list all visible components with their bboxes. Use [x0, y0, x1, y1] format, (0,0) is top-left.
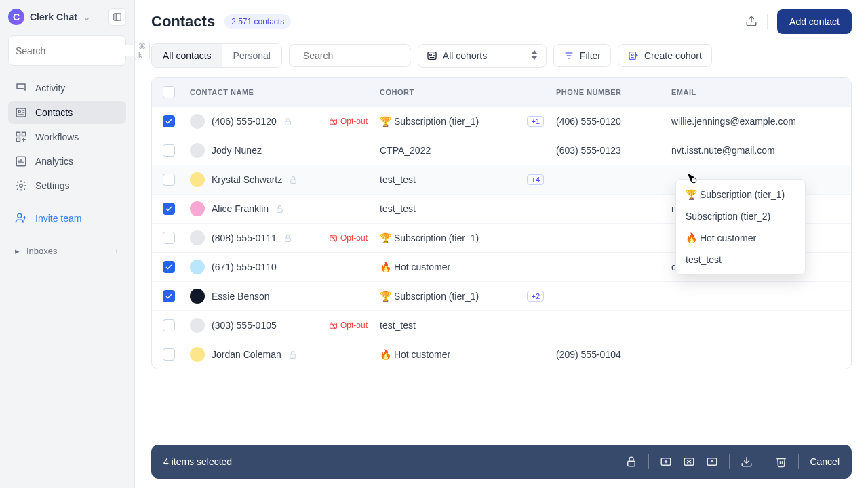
popover-item[interactable]: 🏆 Subscription (tier_1): [676, 184, 805, 205]
row-checkbox[interactable]: [163, 290, 175, 302]
cohort-more-badge[interactable]: +4: [527, 174, 544, 185]
tab-all-contacts[interactable]: All contacts: [152, 44, 222, 67]
avatar: [190, 114, 205, 129]
lock-icon: [275, 205, 284, 214]
add-to-folder-icon[interactable]: [660, 455, 672, 468]
nav-item-workflows[interactable]: Workflows: [8, 125, 126, 148]
col-header-cohort[interactable]: COHORT: [380, 86, 556, 98]
nav-item-activity[interactable]: Activity: [8, 77, 126, 100]
table-search[interactable]: [289, 44, 411, 67]
svg-rect-26: [291, 179, 296, 182]
phone-number: (209) 555-0104: [556, 349, 621, 360]
cohort-select-label: All cohorts: [443, 50, 526, 61]
filter-button[interactable]: Filter: [553, 44, 611, 67]
sidebar-search-input[interactable]: [16, 45, 134, 56]
select-all-checkbox[interactable]: [163, 86, 175, 98]
cancel-selection[interactable]: Cancel: [810, 456, 840, 467]
sidebar-search[interactable]: ⌘ k: [8, 35, 126, 66]
move-up-folder-icon[interactable]: [706, 455, 718, 468]
cohort-select[interactable]: All cohorts: [418, 44, 547, 68]
divider: [798, 454, 799, 469]
table-search-input[interactable]: [303, 50, 422, 61]
avatar: [190, 347, 205, 362]
divider: [648, 454, 649, 469]
download-icon[interactable]: [741, 455, 753, 468]
phone-number: (603) 555-0123: [556, 145, 621, 156]
table-row[interactable]: Essie Benson🏆 Subscription (tier_1)+2: [152, 281, 851, 310]
row-checkbox[interactable]: [163, 232, 175, 244]
add-contact-button[interactable]: Add contact: [777, 9, 852, 34]
contact-name: (808) 555-0111: [212, 232, 277, 243]
row-checkbox[interactable]: [163, 174, 175, 186]
optout-badge: Opt-out: [329, 321, 380, 330]
svg-rect-28: [285, 237, 290, 241]
svg-point-9: [18, 214, 22, 218]
table-row[interactable]: (406) 555-0120Opt-out🏆 Subscription (tie…: [152, 106, 851, 136]
cohort-label: test_test: [380, 203, 416, 214]
export-icon[interactable]: [745, 15, 757, 29]
popover-item[interactable]: Subscription (tier_2): [676, 205, 805, 227]
row-checkbox[interactable]: [163, 144, 175, 157]
email: nvt.isst.nute@gmail.com: [671, 145, 775, 156]
contact-name: Jody Nunez: [212, 145, 262, 156]
filter-icon: [564, 50, 574, 61]
contact-name: Essie Benson: [212, 291, 270, 302]
svg-rect-0: [114, 14, 121, 21]
svg-point-16: [430, 54, 432, 56]
popover-item[interactable]: 🔥 Hot customer: [676, 227, 805, 249]
cohort-label: 🏆 Subscription (tier_1): [380, 232, 479, 243]
contacts-count-badge: 2,571 contacts: [224, 14, 291, 29]
contact-name: (406) 555-0120: [212, 116, 277, 127]
users-icon: [427, 50, 437, 61]
row-checkbox[interactable]: [163, 203, 175, 215]
lock-icon: [289, 176, 298, 184]
table-row[interactable]: (303) 555-0105Opt-outtest_test: [152, 310, 851, 340]
cohort-more-badge[interactable]: +2: [527, 291, 544, 302]
create-cohort-button[interactable]: Create cohort: [618, 44, 712, 67]
trash-icon[interactable]: [775, 455, 787, 468]
popover-item[interactable]: test_test: [676, 249, 805, 270]
nav-item-settings[interactable]: Settings: [8, 174, 126, 197]
toolbar: All contacts Personal All cohorts Filter: [135, 43, 868, 77]
tab-personal[interactable]: Personal: [222, 44, 281, 67]
cohort-label: test_test: [380, 174, 416, 185]
lock-icon: [283, 117, 292, 126]
divider: [764, 454, 764, 469]
cohort-label: test_test: [380, 320, 416, 331]
col-header-email[interactable]: EMAIL: [671, 86, 840, 98]
inboxes-section[interactable]: ▸ Inboxes +: [8, 239, 126, 263]
selection-count: 4 items selected: [163, 456, 232, 467]
sort-icon: [531, 50, 538, 62]
add-inbox-icon[interactable]: +: [114, 246, 119, 256]
optout-badge: Opt-out: [329, 233, 380, 243]
svg-rect-5: [22, 132, 26, 136]
row-checkbox[interactable]: [163, 115, 175, 127]
table-row[interactable]: Jordan Coleman🔥 Hot customer(209) 555-01…: [152, 340, 851, 369]
workspace-switcher[interactable]: C Clerk Chat ⌄: [8, 9, 91, 25]
row-checkbox[interactable]: [163, 319, 175, 331]
contact-name: (303) 555-0105: [212, 320, 277, 331]
svg-point-3: [18, 110, 20, 113]
page-header: Contacts 2,571 contacts Add contact: [135, 0, 868, 43]
main-content: Contacts 2,571 contacts Add contact All …: [135, 0, 868, 488]
col-header-name[interactable]: CONTACT NAME: [190, 86, 380, 98]
cohort-more-badge[interactable]: +1: [527, 116, 544, 127]
cohort-label: 🏆 Subscription (tier_1): [380, 116, 479, 127]
nav-item-contacts[interactable]: Contacts: [8, 101, 126, 124]
table-row[interactable]: Jody NunezCTPA_2022(603) 555-0123nvt.iss…: [152, 136, 851, 165]
col-header-phone[interactable]: PHONE NUMBER: [556, 86, 671, 98]
contact-name: (671) 555-0110: [212, 262, 277, 272]
collapse-sidebar-button[interactable]: [108, 8, 126, 26]
nav-item-analytics[interactable]: Analytics: [8, 150, 126, 173]
lock-icon[interactable]: [625, 455, 637, 468]
avatar: [190, 230, 205, 245]
svg-rect-27: [277, 208, 283, 211]
remove-from-folder-icon[interactable]: [683, 455, 695, 468]
row-checkbox[interactable]: [163, 261, 175, 273]
row-checkbox[interactable]: [163, 348, 175, 361]
avatar: [190, 172, 205, 187]
svg-rect-22: [285, 121, 290, 124]
lock-icon: [288, 350, 297, 359]
invite-team-link[interactable]: Invite team: [8, 205, 126, 231]
selection-bar: 4 items selected Cancel: [151, 445, 852, 479]
